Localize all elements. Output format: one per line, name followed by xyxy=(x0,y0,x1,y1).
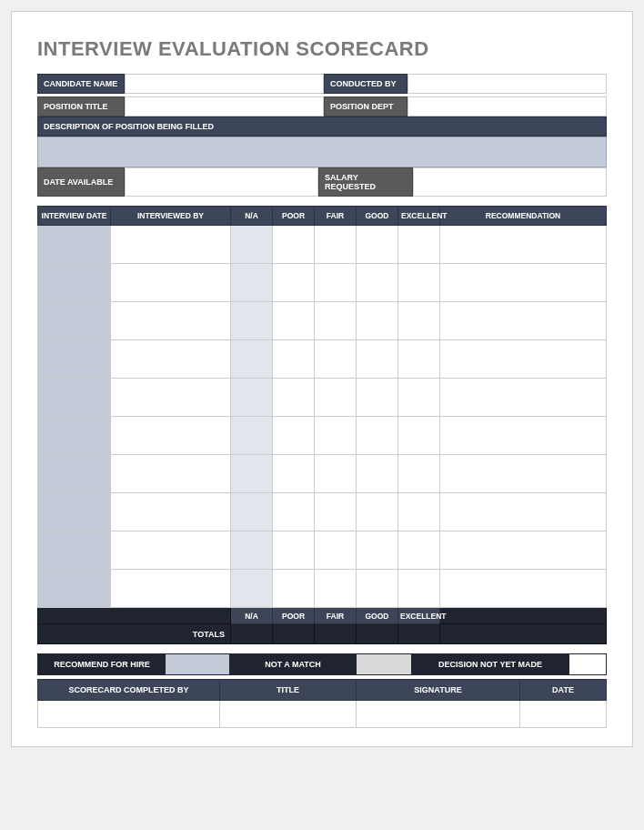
cell-date[interactable] xyxy=(38,379,111,417)
input-completed-by[interactable] xyxy=(38,701,220,728)
input-sig-date[interactable] xyxy=(520,701,607,728)
check-notmatch[interactable] xyxy=(357,654,411,674)
cell-by[interactable] xyxy=(111,379,231,417)
ft-excellent: EXCELLENT xyxy=(398,608,440,624)
cell-fair[interactable] xyxy=(315,417,357,455)
cell-poor[interactable] xyxy=(273,531,315,570)
cell-date[interactable] xyxy=(38,417,111,455)
cell-fair[interactable] xyxy=(315,493,357,531)
cell-by[interactable] xyxy=(111,455,231,493)
cell-good[interactable] xyxy=(357,455,398,493)
cell-by[interactable] xyxy=(111,264,231,302)
cell-rec[interactable] xyxy=(440,531,607,570)
input-salary[interactable] xyxy=(413,167,607,197)
cell-na[interactable] xyxy=(231,226,273,264)
cell-na[interactable] xyxy=(231,302,273,340)
cell-good[interactable] xyxy=(357,570,398,608)
cell-na[interactable] xyxy=(231,340,273,379)
cell-good[interactable] xyxy=(357,302,398,340)
cell-good[interactable] xyxy=(357,493,398,531)
cell-rec[interactable] xyxy=(440,493,607,531)
cell-rec[interactable] xyxy=(440,570,607,608)
input-sig-title[interactable] xyxy=(220,701,357,728)
total-na[interactable] xyxy=(231,624,273,644)
cell-date[interactable] xyxy=(38,302,111,340)
cell-poor[interactable] xyxy=(273,493,315,531)
input-description[interactable] xyxy=(37,137,607,167)
cell-by[interactable] xyxy=(111,226,231,264)
cell-good[interactable] xyxy=(357,417,398,455)
total-excellent[interactable] xyxy=(398,624,440,644)
cell-rec[interactable] xyxy=(440,455,607,493)
cell-rec[interactable] xyxy=(440,226,607,264)
input-candidate[interactable] xyxy=(125,74,324,94)
cell-fair[interactable] xyxy=(315,340,357,379)
cell-fair[interactable] xyxy=(315,570,357,608)
cell-excellent[interactable] xyxy=(398,340,440,379)
cell-date[interactable] xyxy=(38,570,111,608)
cell-by[interactable] xyxy=(111,302,231,340)
check-notyet[interactable] xyxy=(569,654,606,674)
input-conducted[interactable] xyxy=(408,74,607,94)
cell-excellent[interactable] xyxy=(398,531,440,570)
cell-na[interactable] xyxy=(231,570,273,608)
cell-rec[interactable] xyxy=(440,417,607,455)
cell-excellent[interactable] xyxy=(398,417,440,455)
input-signature[interactable] xyxy=(357,701,520,728)
cell-rec[interactable] xyxy=(440,302,607,340)
cell-na[interactable] xyxy=(231,455,273,493)
cell-rec[interactable] xyxy=(440,264,607,302)
cell-date[interactable] xyxy=(38,340,111,379)
input-date-available[interactable] xyxy=(125,167,318,197)
cell-date[interactable] xyxy=(38,493,111,531)
cell-good[interactable] xyxy=(357,264,398,302)
cell-date[interactable] xyxy=(38,531,111,570)
cell-by[interactable] xyxy=(111,531,231,570)
cell-excellent[interactable] xyxy=(398,226,440,264)
cell-rec[interactable] xyxy=(440,379,607,417)
cell-by[interactable] xyxy=(111,493,231,531)
cell-fair[interactable] xyxy=(315,264,357,302)
cell-poor[interactable] xyxy=(273,417,315,455)
cell-fair[interactable] xyxy=(315,226,357,264)
cell-good[interactable] xyxy=(357,531,398,570)
cell-by[interactable] xyxy=(111,417,231,455)
cell-rec[interactable] xyxy=(440,340,607,379)
cell-excellent[interactable] xyxy=(398,302,440,340)
cell-poor[interactable] xyxy=(273,264,315,302)
cell-poor[interactable] xyxy=(273,340,315,379)
cell-na[interactable] xyxy=(231,379,273,417)
cell-by[interactable] xyxy=(111,340,231,379)
cell-fair[interactable] xyxy=(315,455,357,493)
cell-poor[interactable] xyxy=(273,226,315,264)
cell-date[interactable] xyxy=(38,264,111,302)
total-good[interactable] xyxy=(357,624,398,644)
cell-na[interactable] xyxy=(231,417,273,455)
cell-fair[interactable] xyxy=(315,531,357,570)
cell-date[interactable] xyxy=(38,455,111,493)
cell-excellent[interactable] xyxy=(398,493,440,531)
cell-na[interactable] xyxy=(231,264,273,302)
cell-poor[interactable] xyxy=(273,379,315,417)
cell-by[interactable] xyxy=(111,570,231,608)
cell-excellent[interactable] xyxy=(398,379,440,417)
total-fair[interactable] xyxy=(315,624,357,644)
cell-excellent[interactable] xyxy=(398,264,440,302)
total-poor[interactable] xyxy=(273,624,315,644)
cell-na[interactable] xyxy=(231,493,273,531)
cell-na[interactable] xyxy=(231,531,273,570)
cell-fair[interactable] xyxy=(315,302,357,340)
check-recommend[interactable] xyxy=(166,654,229,674)
cell-excellent[interactable] xyxy=(398,455,440,493)
cell-good[interactable] xyxy=(357,379,398,417)
cell-good[interactable] xyxy=(357,226,398,264)
cell-poor[interactable] xyxy=(273,455,315,493)
input-position[interactable] xyxy=(125,96,324,116)
cell-fair[interactable] xyxy=(315,379,357,417)
input-dept[interactable] xyxy=(408,96,607,116)
cell-good[interactable] xyxy=(357,340,398,379)
cell-poor[interactable] xyxy=(273,570,315,608)
cell-date[interactable] xyxy=(38,226,111,264)
cell-excellent[interactable] xyxy=(398,570,440,608)
cell-poor[interactable] xyxy=(273,302,315,340)
